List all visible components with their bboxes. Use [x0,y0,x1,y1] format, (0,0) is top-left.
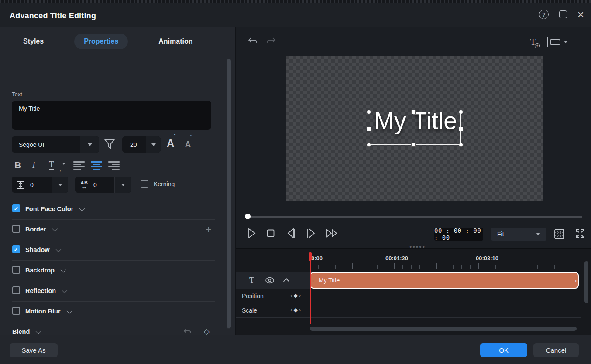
next-keyframe-icon[interactable]: › [299,306,301,313]
clip-trim-right-handle[interactable]: › [575,277,577,284]
letter-spacing-dropdown-arrow[interactable] [114,177,131,193]
align-left-button[interactable] [73,161,85,170]
save-as-button[interactable]: Save As [10,343,58,357]
collapse-track-icon[interactable] [283,278,289,284]
letter-spacing-icon: AB↔ [75,180,93,189]
italic-button[interactable]: I [32,160,35,170]
font-filter-icon[interactable] [104,138,115,150]
undo-icon[interactable] [247,37,258,46]
motion-blur-checkbox[interactable] [12,307,20,315]
playhead[interactable] [310,252,311,324]
title-text-input[interactable]: My Title [12,101,211,130]
zoom-mode-select[interactable]: Fit [491,228,546,241]
add-keyframe-icon[interactable]: ◆ [293,306,298,313]
font-size-select[interactable]: 20 [122,136,161,153]
text-direction-button[interactable]: T [49,160,54,170]
kerning-checkbox[interactable] [141,180,148,188]
section-font-face-color: ✓ Font Face Color [0,199,236,220]
shadow-checkbox[interactable]: ✓ [12,245,20,253]
bold-button[interactable]: B [14,160,21,170]
chevron-down-icon[interactable] [79,206,85,211]
selection-handle[interactable] [459,143,463,147]
selection-handle[interactable] [367,143,371,147]
tab-animation[interactable]: Animation [149,34,202,49]
add-border-icon[interactable]: + [206,224,211,235]
tab-styles[interactable]: Styles [14,34,53,49]
chevron-down-icon[interactable] [62,288,68,293]
chevron-down-icon[interactable] [36,329,41,334]
preview-canvas[interactable]: My Title [286,56,543,201]
previous-frame-icon[interactable] [286,228,296,239]
maximize-icon[interactable] [559,10,567,18]
line-spacing-value: 0 [30,181,52,188]
alignment-tool-icon[interactable] [547,37,567,47]
line-spacing-dropdown-arrow[interactable] [52,177,68,193]
tab-properties[interactable]: Properties [74,34,128,49]
font-family-dropdown-arrow[interactable] [80,136,99,153]
chevron-down-icon[interactable] [60,267,66,273]
letter-spacing-stepper[interactable]: AB↔ 0 [75,177,131,193]
line-spacing-stepper[interactable]: 0 [12,177,68,193]
close-icon[interactable]: × [577,10,584,18]
reflection-checkbox[interactable] [12,286,20,294]
chevron-down-icon[interactable] [52,226,58,232]
font-family-select[interactable]: Segoe UI [12,136,99,153]
selection-handle[interactable] [459,127,463,131]
increase-font-size-icon[interactable]: Aˆ [167,137,176,150]
chevron-down-icon[interactable] [55,247,61,252]
scrubber-knob[interactable] [245,214,251,219]
align-right-button[interactable] [108,161,120,170]
preview-title-text[interactable]: My Title [363,107,468,135]
font-face-color-checkbox[interactable]: ✓ [12,204,20,212]
previous-keyframe-icon[interactable]: ‹ [290,292,292,299]
grid-snap-icon[interactable] [554,228,564,240]
selection-handle[interactable] [459,110,463,114]
fullscreen-icon[interactable] [575,228,585,239]
selection-handle[interactable] [411,143,416,147]
track-visibility-icon[interactable] [265,277,275,284]
ruler-label: 00:01:20 [385,255,408,262]
timeline-ruler[interactable] [310,263,585,269]
border-checkbox[interactable] [12,225,20,233]
left-panel-scrollbar[interactable] [227,59,231,329]
chevron-down-icon[interactable] [66,308,72,314]
font-family-value: Segoe UI [12,141,80,148]
preview-scrubber[interactable] [245,214,582,220]
cancel-button[interactable]: Cancel [533,343,579,357]
playhead-handle[interactable] [309,252,312,261]
timeline-clip-my-title[interactable]: ‹ My Title › [310,272,579,289]
redo-icon[interactable] [266,37,276,46]
text-direction-arrow: → [57,167,62,173]
align-center-button[interactable] [91,161,102,170]
text-direction-dropdown-arrow[interactable] [62,165,65,173]
font-size-dropdown-arrow[interactable] [146,136,161,153]
ok-button[interactable]: OK [480,343,527,357]
zoom-mode-dropdown-arrow[interactable] [529,228,546,241]
stop-icon[interactable] [267,229,275,237]
dialog-titlebar: Advanced Title Editing ? × [0,3,591,27]
add-text-icon[interactable]: T+ [530,36,536,48]
selection-handle[interactable] [367,127,371,131]
next-frame-icon[interactable] [306,228,316,239]
selection-handle[interactable] [367,110,371,114]
timeline-horizontal-scrollbar[interactable] [310,327,577,331]
next-keyframe-icon[interactable]: › [299,292,301,299]
timeline: 0:00 00:01:20 00:03:10 T ‹ My Title › Po… [236,248,591,335]
add-keyframe-icon[interactable]: ◆ [293,292,298,299]
alignment-dropdown-arrow[interactable] [564,41,567,43]
help-icon[interactable]: ? [539,10,549,19]
clip-trim-left-handle[interactable]: ‹ [312,277,314,284]
title-selection-box[interactable]: My Title [369,112,461,145]
fast-forward-icon[interactable] [326,228,339,239]
backdrop-checkbox[interactable] [12,266,20,274]
text-track-icon: T [249,276,254,285]
decrease-font-size-icon[interactable]: Aˇ [185,139,192,149]
selection-handle[interactable] [411,110,416,114]
track-header: T [236,272,310,289]
keyframe-row-scale: Scale ‹ ◆ › [236,303,581,318]
advanced-title-editing-dialog: Advanced Title Editing ? × Styles Proper… [0,0,591,364]
zoom-mode-value: Fit [491,231,529,238]
play-icon[interactable] [247,228,257,239]
timeline-vertical-scrollbar[interactable] [584,261,588,331]
previous-keyframe-icon[interactable]: ‹ [290,306,292,313]
